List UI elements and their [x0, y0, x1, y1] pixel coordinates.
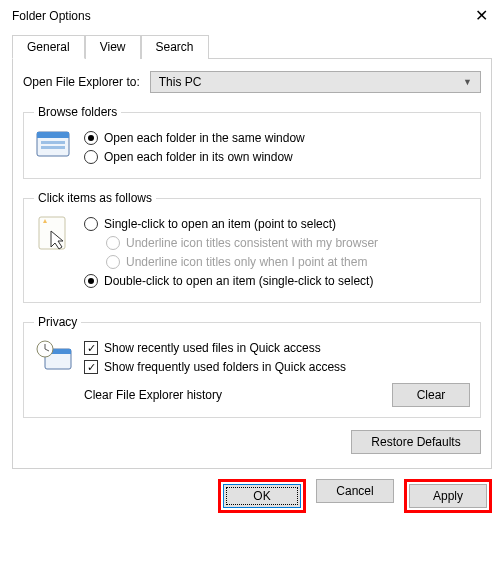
ok-button[interactable]: OK: [223, 484, 301, 508]
radio-double-click[interactable]: Double-click to open an item (single-cli…: [84, 273, 470, 289]
radio-icon: [84, 274, 98, 288]
restore-defaults-button[interactable]: Restore Defaults: [351, 430, 481, 454]
radio-icon: [84, 217, 98, 231]
open-explorer-dropdown[interactable]: This PC ▼: [150, 71, 481, 93]
cursor-click-icon: [34, 213, 74, 292]
radio-icon: [84, 131, 98, 145]
browse-folders-group: Browse folders Open each folder in the s…: [23, 105, 481, 179]
radio-single-click[interactable]: Single-click to open an item (point to s…: [84, 216, 470, 232]
clear-button[interactable]: Clear: [392, 383, 470, 407]
dialog-content: General View Search Open File Explorer t…: [0, 30, 504, 469]
radio-icon: [106, 255, 120, 269]
close-icon[interactable]: ✕: [471, 8, 492, 24]
tab-search[interactable]: Search: [141, 35, 209, 59]
privacy-legend: Privacy: [34, 315, 81, 329]
radio-icon: [106, 236, 120, 250]
tab-row: General View Search: [12, 34, 492, 58]
tab-panel-general: Open File Explorer to: This PC ▼ Browse …: [12, 58, 492, 469]
checkbox-recent-files[interactable]: Show recently used files in Quick access: [84, 340, 470, 356]
radio-own-window[interactable]: Open each folder in its own window: [84, 149, 470, 165]
radio-icon: [84, 150, 98, 164]
chevron-down-icon: ▼: [463, 77, 472, 87]
tab-view[interactable]: View: [85, 35, 141, 59]
click-items-legend: Click items as follows: [34, 191, 156, 205]
open-explorer-row: Open File Explorer to: This PC ▼: [23, 71, 481, 93]
privacy-history-icon: [34, 337, 74, 407]
clear-history-label: Clear File Explorer history: [84, 388, 222, 402]
apply-highlight: Apply: [404, 479, 492, 513]
checkbox-frequent-folders[interactable]: Show frequently used folders in Quick ac…: [84, 359, 470, 375]
apply-button[interactable]: Apply: [409, 484, 487, 508]
privacy-group: Privacy Show recently used files in Quic…: [23, 315, 481, 418]
tab-general[interactable]: General: [12, 35, 85, 59]
open-explorer-label: Open File Explorer to:: [23, 75, 140, 89]
titlebar: Folder Options ✕: [0, 0, 504, 30]
checkbox-icon: [84, 341, 98, 355]
click-items-group: Click items as follows Single-click to o…: [23, 191, 481, 303]
window-title: Folder Options: [12, 9, 91, 23]
ok-highlight: OK: [218, 479, 306, 513]
restore-row: Restore Defaults: [23, 430, 481, 454]
folder-window-icon: [34, 127, 74, 168]
svg-rect-2: [41, 141, 65, 144]
svg-rect-3: [41, 146, 65, 149]
browse-folders-legend: Browse folders: [34, 105, 121, 119]
radio-same-window[interactable]: Open each folder in the same window: [84, 130, 470, 146]
dialog-button-bar: OK Cancel Apply: [0, 469, 504, 525]
radio-underline-browser: Underline icon titles consistent with my…: [106, 235, 470, 251]
svg-rect-1: [37, 132, 69, 138]
open-explorer-value: This PC: [159, 75, 202, 89]
radio-underline-point: Underline icon titles only when I point …: [106, 254, 470, 270]
checkbox-icon: [84, 360, 98, 374]
cancel-button[interactable]: Cancel: [316, 479, 394, 503]
